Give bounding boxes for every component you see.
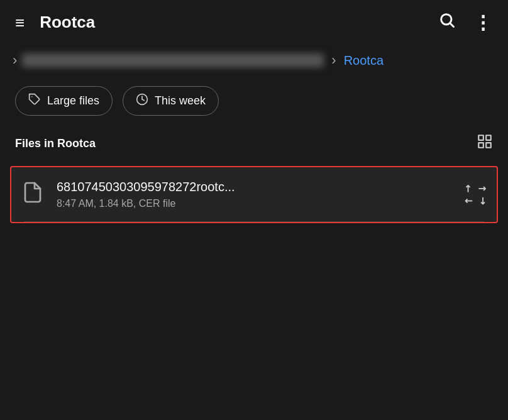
large-files-label: Large files xyxy=(47,94,99,108)
this-week-label: This week xyxy=(155,94,206,108)
breadcrumb-separator-icon: › xyxy=(331,52,336,69)
file-expand-button[interactable]: ↗ ↗ ↗ ↗ xyxy=(464,183,487,207)
expand-arrow-br: ↗ xyxy=(476,194,490,208)
breadcrumb-current-label[interactable]: Rootca xyxy=(344,53,384,68)
table-row[interactable]: 68107450303095978272rootc... 8:47 AM, 1.… xyxy=(10,166,498,223)
file-info: 68107450303095978272rootc... 8:47 AM, 1.… xyxy=(57,180,464,209)
breadcrumb-arrow-icon[interactable]: › xyxy=(13,52,17,69)
section-header: Files in Rootca xyxy=(0,126,508,161)
filters-bar: Large files This week xyxy=(0,76,508,126)
file-divider xyxy=(24,221,484,222)
this-week-filter[interactable]: This week xyxy=(123,86,219,116)
file-icon xyxy=(21,181,44,209)
file-list: 68107450303095978272rootc... 8:47 AM, 1.… xyxy=(0,161,508,228)
file-meta: 8:47 AM, 1.84 kB, CER file xyxy=(57,198,464,209)
breadcrumb: › › Rootca xyxy=(0,45,508,76)
menu-icon[interactable]: ≡ xyxy=(15,14,25,31)
svg-rect-5 xyxy=(486,135,491,140)
expand-arrow-tr: ↗ xyxy=(476,182,490,196)
header-actions: ⋮ xyxy=(438,11,493,33)
tag-icon xyxy=(28,93,41,109)
svg-rect-7 xyxy=(478,143,483,148)
header: ≡ Rootca ⋮ xyxy=(0,0,508,45)
svg-rect-4 xyxy=(478,135,483,140)
large-files-filter[interactable]: Large files xyxy=(15,86,113,116)
section-title: Files in Rootca xyxy=(15,137,96,150)
page-title: Rootca xyxy=(40,13,438,32)
svg-rect-6 xyxy=(486,143,491,148)
search-icon[interactable] xyxy=(438,11,456,33)
more-options-icon[interactable]: ⋮ xyxy=(473,17,493,28)
grid-view-icon[interactable] xyxy=(477,133,493,153)
svg-line-1 xyxy=(450,23,453,26)
clock-icon xyxy=(136,93,148,109)
breadcrumb-parent[interactable] xyxy=(22,53,324,67)
file-name: 68107450303095978272rootc... xyxy=(57,180,464,194)
